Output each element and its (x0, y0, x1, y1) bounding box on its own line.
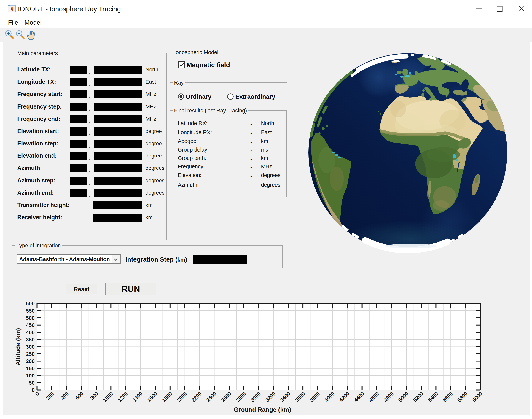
svg-text:5000: 5000 (397, 391, 410, 403)
svg-text:3200: 3200 (264, 391, 277, 403)
svg-text:200: 200 (45, 391, 55, 401)
svg-text:1200: 1200 (117, 391, 129, 403)
svg-text:3000: 3000 (250, 391, 262, 403)
svg-text:1400: 1400 (131, 391, 144, 403)
svg-text:400: 400 (26, 329, 35, 335)
svg-text:350: 350 (26, 337, 35, 342)
svg-text:4200: 4200 (338, 391, 350, 403)
svg-text:4400: 4400 (353, 391, 365, 403)
svg-text:2000: 2000 (176, 391, 188, 403)
svg-text:3400: 3400 (279, 391, 291, 403)
svg-text:1000: 1000 (102, 391, 114, 403)
svg-text:800: 800 (89, 391, 99, 401)
svg-text:2400: 2400 (205, 391, 218, 403)
svg-text:3600: 3600 (294, 391, 306, 403)
svg-text:50: 50 (29, 380, 35, 386)
svg-text:500: 500 (26, 315, 35, 321)
svg-text:2800: 2800 (235, 391, 247, 403)
svg-text:6000: 6000 (471, 391, 483, 403)
svg-text:600: 600 (74, 391, 85, 401)
svg-text:100: 100 (26, 373, 35, 379)
svg-text:1800: 1800 (161, 391, 173, 403)
svg-text:0: 0 (34, 391, 40, 397)
svg-text:250: 250 (26, 351, 35, 357)
svg-text:4800: 4800 (383, 391, 395, 403)
svg-text:550: 550 (26, 308, 35, 314)
svg-text:2600: 2600 (220, 391, 232, 403)
svg-text:4000: 4000 (324, 391, 336, 403)
svg-text:5400: 5400 (427, 391, 439, 403)
svg-text:0: 0 (32, 387, 35, 393)
svg-text:Altitude (km): Altitude (km) (14, 328, 21, 366)
svg-text:Ground Range (km): Ground Range (km) (234, 406, 291, 413)
svg-text:200: 200 (26, 358, 35, 364)
svg-text:300: 300 (26, 344, 35, 350)
svg-text:4600: 4600 (368, 391, 380, 403)
svg-text:450: 450 (26, 322, 35, 328)
svg-text:3800: 3800 (309, 391, 321, 403)
svg-text:1600: 1600 (146, 391, 158, 403)
svg-text:5800: 5800 (456, 391, 469, 403)
svg-text:5200: 5200 (412, 391, 424, 403)
svg-text:400: 400 (60, 391, 70, 401)
svg-text:600: 600 (26, 301, 35, 306)
svg-text:150: 150 (26, 366, 35, 371)
svg-text:5600: 5600 (442, 391, 454, 403)
svg-text:2200: 2200 (190, 391, 203, 403)
